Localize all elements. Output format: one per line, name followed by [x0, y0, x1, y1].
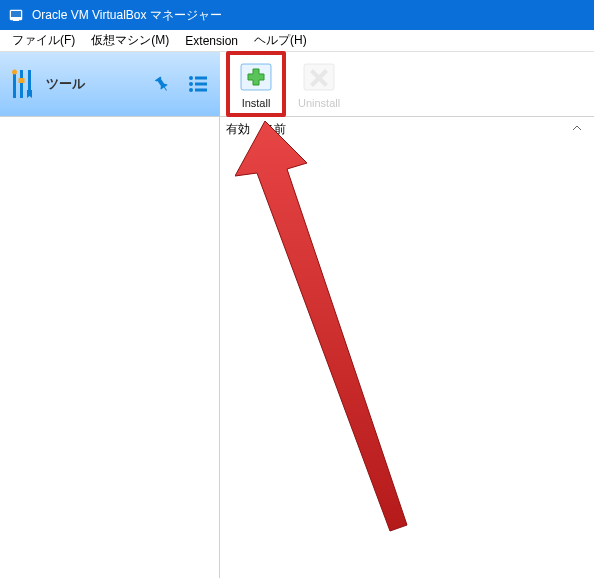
menu-machine[interactable]: 仮想マシン(M) [83, 30, 177, 51]
annotation-arrow [235, 121, 555, 561]
svg-rect-9 [195, 77, 207, 80]
action-toolbar: Install Uninstall [220, 52, 594, 116]
svg-rect-5 [20, 70, 23, 98]
window-title: Oracle VM VirtualBox マネージャー [32, 7, 222, 24]
svg-point-8 [189, 76, 193, 80]
install-plus-icon [238, 59, 274, 95]
svg-rect-2 [13, 19, 19, 21]
menu-file[interactable]: ファイル(F) [4, 30, 83, 51]
uninstall-x-icon [301, 59, 337, 95]
svg-rect-1 [11, 11, 21, 17]
sidebar [0, 117, 220, 578]
svg-rect-13 [195, 89, 207, 92]
window-titlebar: Oracle VM VirtualBox マネージャー [0, 0, 594, 30]
pin-icon[interactable] [150, 72, 174, 96]
tools-navigation[interactable]: ツール [0, 52, 220, 116]
uninstall-button: Uninstall [290, 55, 348, 113]
svg-point-4 [12, 70, 17, 75]
install-label: Install [242, 97, 271, 109]
svg-rect-7 [28, 70, 31, 90]
svg-point-10 [189, 82, 193, 86]
tools-label: ツール [46, 75, 138, 93]
toolbar: ツール Install [0, 52, 594, 116]
column-enabled[interactable]: 有効 [226, 121, 250, 138]
svg-point-12 [189, 88, 193, 92]
app-icon [8, 7, 24, 23]
content-area: 有効 名前 [0, 116, 594, 578]
tools-icon [10, 64, 38, 104]
menu-extension[interactable]: Extension [177, 32, 246, 50]
collapse-chevron-icon[interactable] [570, 121, 584, 138]
install-button[interactable]: Install [226, 51, 286, 117]
list-menu-icon[interactable] [186, 72, 210, 96]
column-headers: 有効 名前 [220, 117, 594, 143]
extension-list-panel: 有効 名前 [220, 117, 594, 578]
svg-rect-6 [19, 78, 25, 83]
svg-rect-11 [195, 83, 207, 86]
column-name[interactable]: 名前 [262, 121, 286, 138]
menubar: ファイル(F) 仮想マシン(M) Extension ヘルプ(H) [0, 30, 594, 52]
menu-help[interactable]: ヘルプ(H) [246, 30, 315, 51]
uninstall-label: Uninstall [298, 97, 340, 109]
